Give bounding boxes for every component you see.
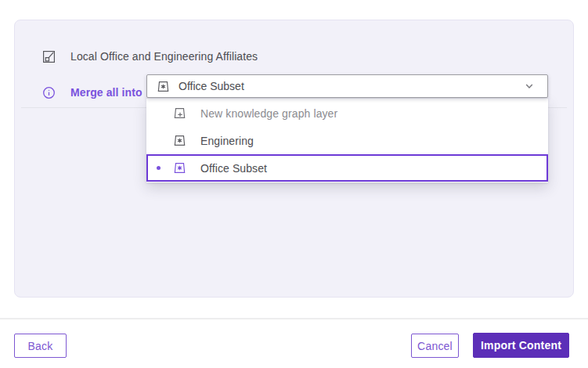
back-button[interactable]: Back	[14, 334, 67, 358]
source-layer-label: Local Office and Engineering Affiliates	[70, 50, 258, 63]
knowledge-graph-layer-icon	[173, 161, 186, 175]
cancel-button[interactable]: Cancel	[411, 334, 459, 358]
info-icon	[41, 85, 56, 99]
knowledge-graph-layer-icon	[173, 134, 186, 147]
knowledge-graph-layer-icon	[157, 80, 170, 93]
selected-bullet-dot	[157, 166, 161, 170]
sketch-layer-icon	[41, 49, 56, 63]
chevron-down-icon	[524, 81, 535, 92]
menu-item-office-subset-selected[interactable]: Office Subset	[146, 154, 548, 182]
merge-target-select-value: Office Subset	[179, 80, 524, 92]
merge-all-into-row: Merge all into	[41, 80, 142, 105]
menu-item-label: New knowledge graph layer	[200, 107, 337, 120]
source-layer-row: Local Office and Engineering Affiliates	[41, 44, 258, 69]
menu-item-label: Enginering	[200, 135, 254, 147]
merge-all-into-label: Merge all into	[70, 86, 142, 99]
new-knowledge-graph-layer-icon	[173, 106, 186, 120]
merge-target-select[interactable]: Office Subset	[146, 74, 548, 98]
merge-target-dropdown-menu: New knowledge graph layer Enginering Off…	[146, 99, 548, 182]
menu-item-label: Office Subset	[200, 162, 267, 175]
footer-divider	[0, 318, 588, 319]
import-content-button[interactable]: Import Content	[473, 333, 569, 358]
menu-item-enginering[interactable]: Enginering	[146, 127, 548, 154]
menu-item-new-knowledge-graph-layer[interactable]: New knowledge graph layer	[146, 99, 548, 127]
